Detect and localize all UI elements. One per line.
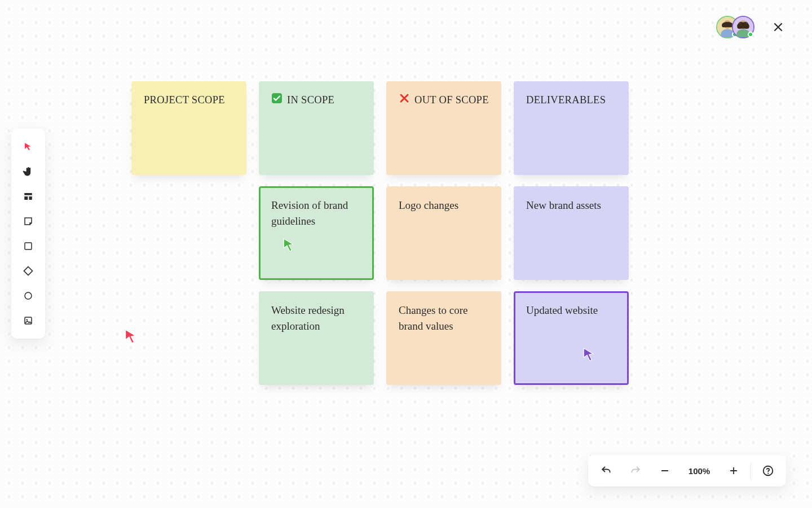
tool-pan[interactable] xyxy=(16,159,41,184)
avatar-stack xyxy=(716,16,754,38)
controls: 100% xyxy=(588,455,786,487)
cursor-icon xyxy=(123,329,139,345)
circle-icon xyxy=(23,291,33,301)
note-text: New brand assets xyxy=(526,198,601,213)
header-note-project-scope[interactable]: Project Scope xyxy=(131,81,246,175)
tool-sticky[interactable] xyxy=(16,209,41,234)
board[interactable]: Project Scope In Scope Out of Scope Deli… xyxy=(131,81,629,385)
diamond-icon xyxy=(23,265,34,277)
collab-cursor-green xyxy=(282,238,297,258)
header-note-in-scope[interactable]: In Scope xyxy=(259,81,374,175)
cursor-icon xyxy=(282,238,297,253)
tool-diamond[interactable] xyxy=(16,259,41,283)
close-icon xyxy=(773,22,783,32)
svg-point-14 xyxy=(27,319,28,320)
note-in-scope-2[interactable]: Website redesign exploration xyxy=(259,291,374,385)
tool-image[interactable] xyxy=(16,308,41,333)
note-text: Out of Scope xyxy=(414,93,489,108)
svg-rect-8 xyxy=(24,193,32,195)
svg-point-12 xyxy=(25,292,32,299)
svg-rect-10 xyxy=(29,196,32,200)
svg-rect-9 xyxy=(24,196,28,200)
avatar-collaborator-2[interactable] xyxy=(732,16,754,38)
note-deliverable-1[interactable]: New brand assets xyxy=(514,186,629,280)
zoom-level[interactable]: 100% xyxy=(679,466,719,476)
note-in-scope-1[interactable]: Revision of brand guidelines xyxy=(259,186,374,280)
collab-cursor-purple xyxy=(582,347,597,367)
header-note-deliverables[interactable]: Deliverables xyxy=(514,81,629,175)
note-text: Changes to core brand values xyxy=(399,303,489,334)
note-text: Logo changes xyxy=(399,198,458,213)
cursor-icon xyxy=(582,347,597,363)
close-button[interactable] xyxy=(770,19,786,35)
zoom-out-button[interactable] xyxy=(650,455,679,487)
canvas-cursor xyxy=(123,329,139,348)
divider xyxy=(751,462,751,480)
header xyxy=(716,16,786,38)
svg-point-17 xyxy=(767,472,769,474)
rectangle-icon xyxy=(23,241,33,251)
sticky-icon xyxy=(23,216,33,226)
check-icon xyxy=(271,93,283,104)
note-text: Deliverables xyxy=(526,93,606,108)
help-button[interactable] xyxy=(753,455,783,487)
toolbar xyxy=(11,129,45,339)
svg-rect-11 xyxy=(25,243,32,249)
undo-button[interactable] xyxy=(592,455,621,487)
note-deliverable-2[interactable]: Updated website xyxy=(514,291,629,385)
hand-icon xyxy=(23,166,34,177)
tool-rectangle[interactable] xyxy=(16,234,41,259)
undo-icon xyxy=(601,465,612,476)
note-text: Revision of brand guidelines xyxy=(271,198,361,229)
image-icon xyxy=(23,316,33,326)
x-icon xyxy=(399,93,410,104)
tool-template[interactable] xyxy=(16,184,41,209)
tool-circle[interactable] xyxy=(16,283,41,308)
note-text: Website redesign exploration xyxy=(271,303,361,334)
plus-icon xyxy=(729,466,739,476)
note-out-of-scope-1[interactable]: Logo changes xyxy=(386,186,501,280)
redo-icon xyxy=(630,465,641,476)
help-icon xyxy=(762,465,774,477)
note-out-of-scope-2[interactable]: Changes to core brand values xyxy=(386,291,501,385)
tool-select[interactable] xyxy=(16,134,41,159)
note-text: Project Scope xyxy=(144,93,225,108)
note-text: In Scope xyxy=(287,93,334,108)
zoom-in-button[interactable] xyxy=(719,455,748,487)
presence-dot-icon xyxy=(748,32,753,37)
header-note-out-of-scope[interactable]: Out of Scope xyxy=(386,81,501,175)
note-text: Updated website xyxy=(526,303,598,318)
minus-icon xyxy=(660,466,670,476)
template-icon xyxy=(23,191,33,202)
cursor-icon xyxy=(23,142,33,152)
redo-button[interactable] xyxy=(621,455,650,487)
